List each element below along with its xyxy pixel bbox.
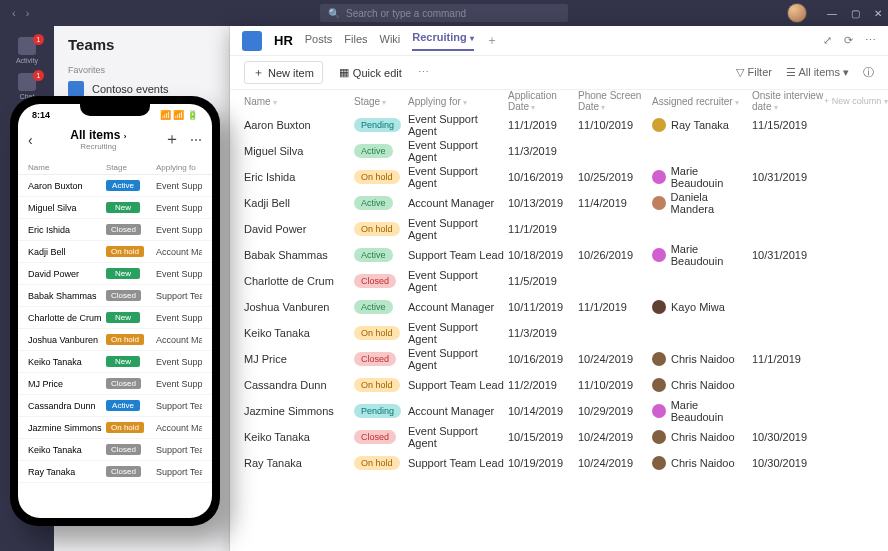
cell-recruiter: Chris Naidoo: [652, 352, 752, 366]
add-icon[interactable]: ＋: [164, 129, 180, 150]
pcell-apply: Support Team L: [156, 401, 202, 411]
phone-row[interactable]: Miguel Silva New Event Support A: [18, 197, 212, 219]
recruiter-avatar: [652, 456, 666, 470]
table-row[interactable]: Charlotte de Crum Closed Event Support A…: [230, 268, 888, 294]
col-recruiter[interactable]: Assigned recruiter: [652, 96, 752, 107]
col-stage[interactable]: Stage: [354, 96, 408, 107]
col-appdate[interactable]: Application Date: [508, 90, 578, 112]
new-item-button[interactable]: ＋ New item: [244, 61, 323, 84]
rail-activity[interactable]: Activity 1: [0, 32, 54, 68]
col-name[interactable]: Name: [244, 96, 354, 107]
tab-recruiting[interactable]: Recruiting ▾: [412, 31, 473, 51]
cell-recruiter: Marie Beaudouin: [652, 399, 752, 423]
overflow-icon[interactable]: ⋯: [418, 66, 429, 79]
nav-back-icon[interactable]: ‹: [12, 7, 16, 19]
nav-forward-icon[interactable]: ›: [26, 7, 30, 19]
close-icon[interactable]: ✕: [874, 8, 882, 19]
phone-row[interactable]: Keiko Tanaka New Event Support A: [18, 351, 212, 373]
table-row[interactable]: Keiko Tanaka On hold Event Support Agent…: [230, 320, 888, 346]
cell-phone: 10/25/2019: [578, 171, 652, 183]
tab-files[interactable]: Files: [344, 33, 367, 49]
minimize-icon[interactable]: —: [827, 8, 837, 19]
col-phone[interactable]: Phone Screen Date: [578, 90, 652, 112]
filter-button[interactable]: ▽ Filter: [736, 66, 772, 79]
recruiter-avatar: [652, 430, 666, 444]
phone-row[interactable]: Charlotte de Crum New Event Support A: [18, 307, 212, 329]
cell-appdate: 10/15/2019: [508, 431, 578, 443]
recruiter-name: Kayo Miwa: [671, 301, 725, 313]
list-toolbar: ＋ New item ▦ Quick edit ⋯ ▽ Filter ☰ All…: [230, 56, 888, 90]
recruiter-name: Chris Naidoo: [671, 353, 735, 365]
pcell-apply: Event Support A: [156, 203, 202, 213]
pcell-name: Charlotte de Crum: [28, 313, 106, 323]
cell-appdate: 10/16/2019: [508, 353, 578, 365]
cell-appdate: 11/5/2019: [508, 275, 578, 287]
back-icon[interactable]: ‹: [28, 132, 33, 148]
phone-row[interactable]: Cassandra Dunn Active Support Team L: [18, 395, 212, 417]
recruiter-avatar: [652, 118, 666, 132]
table-row[interactable]: Babak Shammas Active Support Team Lead 1…: [230, 242, 888, 268]
cell-phone: 11/1/2019: [578, 301, 652, 313]
pcell-apply: Event Support A: [156, 181, 202, 191]
more-icon[interactable]: ⋯: [190, 133, 202, 147]
cell-recruiter: Marie Beaudouin: [652, 165, 752, 189]
table-header: Name Stage Applying for Application Date…: [230, 90, 888, 112]
table-row[interactable]: Joshua Vanburen Active Account Manager 1…: [230, 294, 888, 320]
quick-edit-button[interactable]: ▦ Quick edit: [339, 66, 402, 79]
cell-appdate: 11/3/2019: [508, 327, 578, 339]
cell-name: Cassandra Dunn: [244, 379, 354, 391]
view-button[interactable]: ☰ All items ▾: [786, 66, 849, 79]
pcell-apply: Account Manag: [156, 423, 202, 433]
cell-applying: Event Support Agent: [408, 217, 508, 241]
table-row[interactable]: Jazmine Simmons Pending Account Manager …: [230, 398, 888, 424]
table-row[interactable]: Keiko Tanaka Closed Event Support Agent …: [230, 424, 888, 450]
cell-name: Ray Tanaka: [244, 457, 354, 469]
cell-name: MJ Price: [244, 353, 354, 365]
stage-pill: On hold: [354, 222, 400, 236]
tab-posts[interactable]: Posts: [305, 33, 333, 49]
add-tab-button[interactable]: ＋: [486, 32, 498, 49]
phone-header: ‹ All items › Recruiting ＋ ⋯: [18, 122, 212, 159]
stage-pill: Active: [354, 300, 393, 314]
stage-pill: On hold: [354, 170, 400, 184]
cell-onsite: 10/31/2019: [752, 171, 824, 183]
search-box[interactable]: 🔍 Search or type a command: [320, 4, 568, 22]
phone-row[interactable]: Aaron Buxton Active Event Support A: [18, 175, 212, 197]
table-row[interactable]: Miguel Silva Active Event Support Agent …: [230, 138, 888, 164]
cell-name: Babak Shammas: [244, 249, 354, 261]
more-icon[interactable]: ⋯: [865, 34, 876, 47]
col-applying[interactable]: Applying for: [408, 96, 508, 107]
col-onsite[interactable]: Onsite interview date: [752, 90, 824, 112]
col-new[interactable]: + New column: [824, 96, 888, 106]
cell-phone: 10/29/2019: [578, 405, 652, 417]
user-avatar[interactable]: [787, 3, 807, 23]
recruiter-name: Chris Naidoo: [671, 431, 735, 443]
recruiter-avatar: [652, 378, 666, 392]
info-icon[interactable]: ⓘ: [863, 65, 874, 80]
refresh-icon[interactable]: ⟳: [844, 34, 853, 47]
table-row[interactable]: Aaron Buxton Pending Event Support Agent…: [230, 112, 888, 138]
phone-row[interactable]: Joshua Vanburen On hold Account Manag: [18, 329, 212, 351]
teams-title: Teams: [54, 36, 229, 59]
phone-row[interactable]: Ray Tanaka Closed Support Team L: [18, 461, 212, 483]
phone-stage-pill: On hold: [106, 422, 144, 433]
plus-icon: ＋: [253, 65, 264, 80]
phone-stage-pill: Closed: [106, 444, 141, 455]
expand-icon[interactable]: ⤢: [823, 34, 832, 47]
table-row[interactable]: MJ Price Closed Event Support Agent 10/1…: [230, 346, 888, 372]
table-row[interactable]: Eric Ishida On hold Event Support Agent …: [230, 164, 888, 190]
phone-row[interactable]: Eric Ishida Closed Event Support A: [18, 219, 212, 241]
phone-row[interactable]: MJ Price Closed Event Support A: [18, 373, 212, 395]
table-row[interactable]: David Power On hold Event Support Agent …: [230, 216, 888, 242]
phone-row[interactable]: David Power New Event Support A: [18, 263, 212, 285]
maximize-icon[interactable]: ▢: [851, 8, 860, 19]
tab-wiki[interactable]: Wiki: [380, 33, 401, 49]
table-row[interactable]: Kadji Bell Active Account Manager 10/13/…: [230, 190, 888, 216]
table-row[interactable]: Cassandra Dunn On hold Support Team Lead…: [230, 372, 888, 398]
phone-row[interactable]: Jazmine Simmons On hold Account Manag: [18, 417, 212, 439]
table-row[interactable]: Ray Tanaka On hold Support Team Lead 10/…: [230, 450, 888, 476]
phone-row[interactable]: Kadji Bell On hold Account Manag: [18, 241, 212, 263]
phone-row[interactable]: Babak Shammas Closed Support Team L: [18, 285, 212, 307]
phone-row[interactable]: Keiko Tanaka Closed Support Team L: [18, 439, 212, 461]
cell-appdate: 11/2/2019: [508, 379, 578, 391]
